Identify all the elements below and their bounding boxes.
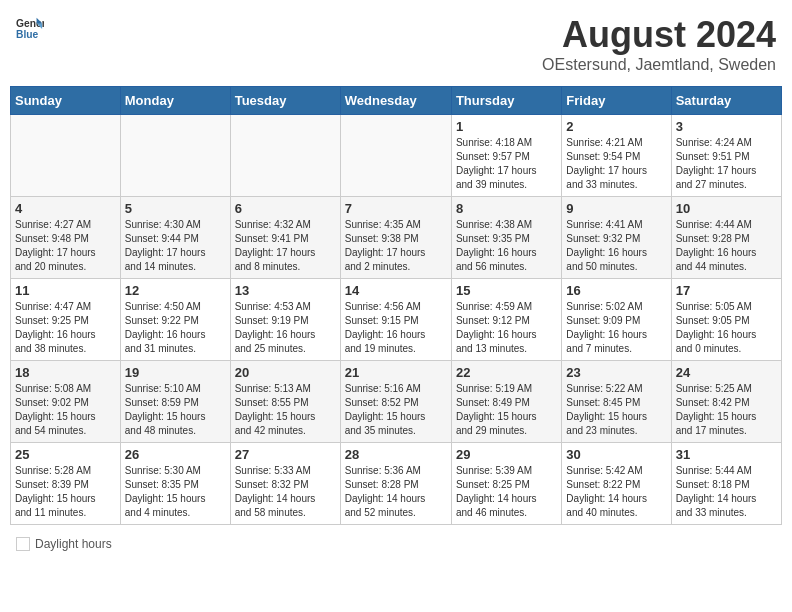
day-number: 28 <box>345 447 447 462</box>
calendar-cell: 19Sunrise: 5:10 AM Sunset: 8:59 PM Dayli… <box>120 361 230 443</box>
day-number: 31 <box>676 447 777 462</box>
calendar-cell: 5Sunrise: 4:30 AM Sunset: 9:44 PM Daylig… <box>120 197 230 279</box>
day-number: 13 <box>235 283 336 298</box>
calendar-cell: 13Sunrise: 4:53 AM Sunset: 9:19 PM Dayli… <box>230 279 340 361</box>
calendar-cell: 26Sunrise: 5:30 AM Sunset: 8:35 PM Dayli… <box>120 443 230 525</box>
calendar-cell: 29Sunrise: 5:39 AM Sunset: 8:25 PM Dayli… <box>451 443 561 525</box>
calendar-cell: 25Sunrise: 5:28 AM Sunset: 8:39 PM Dayli… <box>11 443 121 525</box>
day-number: 7 <box>345 201 447 216</box>
day-info: Sunrise: 5:28 AM Sunset: 8:39 PM Dayligh… <box>15 464 116 520</box>
day-number: 29 <box>456 447 557 462</box>
weekday-header-wednesday: Wednesday <box>340 87 451 115</box>
calendar-cell: 10Sunrise: 4:44 AM Sunset: 9:28 PM Dayli… <box>671 197 781 279</box>
calendar-cell: 30Sunrise: 5:42 AM Sunset: 8:22 PM Dayli… <box>562 443 671 525</box>
day-number: 19 <box>125 365 226 380</box>
calendar-week-row: 25Sunrise: 5:28 AM Sunset: 8:39 PM Dayli… <box>11 443 782 525</box>
day-number: 20 <box>235 365 336 380</box>
day-info: Sunrise: 5:33 AM Sunset: 8:32 PM Dayligh… <box>235 464 336 520</box>
calendar-cell: 3Sunrise: 4:24 AM Sunset: 9:51 PM Daylig… <box>671 115 781 197</box>
calendar-cell: 27Sunrise: 5:33 AM Sunset: 8:32 PM Dayli… <box>230 443 340 525</box>
calendar-cell: 15Sunrise: 4:59 AM Sunset: 9:12 PM Dayli… <box>451 279 561 361</box>
calendar-cell <box>120 115 230 197</box>
weekday-header-saturday: Saturday <box>671 87 781 115</box>
weekday-header-sunday: Sunday <box>11 87 121 115</box>
day-number: 1 <box>456 119 557 134</box>
legend-box-daylight <box>16 537 30 551</box>
calendar-cell: 7Sunrise: 4:35 AM Sunset: 9:38 PM Daylig… <box>340 197 451 279</box>
calendar-cell: 17Sunrise: 5:05 AM Sunset: 9:05 PM Dayli… <box>671 279 781 361</box>
calendar-cell <box>230 115 340 197</box>
day-info: Sunrise: 4:35 AM Sunset: 9:38 PM Dayligh… <box>345 218 447 274</box>
day-info: Sunrise: 5:10 AM Sunset: 8:59 PM Dayligh… <box>125 382 226 438</box>
day-info: Sunrise: 5:08 AM Sunset: 9:02 PM Dayligh… <box>15 382 116 438</box>
day-info: Sunrise: 4:27 AM Sunset: 9:48 PM Dayligh… <box>15 218 116 274</box>
day-number: 17 <box>676 283 777 298</box>
day-info: Sunrise: 5:30 AM Sunset: 8:35 PM Dayligh… <box>125 464 226 520</box>
calendar-cell: 4Sunrise: 4:27 AM Sunset: 9:48 PM Daylig… <box>11 197 121 279</box>
calendar-week-row: 4Sunrise: 4:27 AM Sunset: 9:48 PM Daylig… <box>11 197 782 279</box>
day-info: Sunrise: 5:39 AM Sunset: 8:25 PM Dayligh… <box>456 464 557 520</box>
day-number: 21 <box>345 365 447 380</box>
calendar-table: SundayMondayTuesdayWednesdayThursdayFrid… <box>10 86 782 525</box>
day-number: 12 <box>125 283 226 298</box>
day-number: 22 <box>456 365 557 380</box>
location-title: OEstersund, Jaemtland, Sweden <box>542 56 776 74</box>
logo: General Blue <box>16 14 44 42</box>
calendar-cell: 18Sunrise: 5:08 AM Sunset: 9:02 PM Dayli… <box>11 361 121 443</box>
day-info: Sunrise: 4:56 AM Sunset: 9:15 PM Dayligh… <box>345 300 447 356</box>
calendar-cell: 21Sunrise: 5:16 AM Sunset: 8:52 PM Dayli… <box>340 361 451 443</box>
weekday-header-thursday: Thursday <box>451 87 561 115</box>
day-info: Sunrise: 5:36 AM Sunset: 8:28 PM Dayligh… <box>345 464 447 520</box>
day-info: Sunrise: 4:53 AM Sunset: 9:19 PM Dayligh… <box>235 300 336 356</box>
day-number: 10 <box>676 201 777 216</box>
month-title: August 2024 <box>542 14 776 56</box>
day-info: Sunrise: 5:19 AM Sunset: 8:49 PM Dayligh… <box>456 382 557 438</box>
calendar-cell: 12Sunrise: 4:50 AM Sunset: 9:22 PM Dayli… <box>120 279 230 361</box>
day-info: Sunrise: 4:44 AM Sunset: 9:28 PM Dayligh… <box>676 218 777 274</box>
day-info: Sunrise: 4:50 AM Sunset: 9:22 PM Dayligh… <box>125 300 226 356</box>
day-info: Sunrise: 4:30 AM Sunset: 9:44 PM Dayligh… <box>125 218 226 274</box>
calendar-cell: 20Sunrise: 5:13 AM Sunset: 8:55 PM Dayli… <box>230 361 340 443</box>
day-info: Sunrise: 4:24 AM Sunset: 9:51 PM Dayligh… <box>676 136 777 192</box>
weekday-header-row: SundayMondayTuesdayWednesdayThursdayFrid… <box>11 87 782 115</box>
day-number: 11 <box>15 283 116 298</box>
day-number: 5 <box>125 201 226 216</box>
day-number: 26 <box>125 447 226 462</box>
day-number: 6 <box>235 201 336 216</box>
day-number: 9 <box>566 201 666 216</box>
weekday-header-tuesday: Tuesday <box>230 87 340 115</box>
calendar-cell: 11Sunrise: 4:47 AM Sunset: 9:25 PM Dayli… <box>11 279 121 361</box>
calendar-week-row: 18Sunrise: 5:08 AM Sunset: 9:02 PM Dayli… <box>11 361 782 443</box>
legend-daylight-label: Daylight hours <box>35 537 112 551</box>
day-number: 27 <box>235 447 336 462</box>
legend-area: Daylight hours <box>10 533 782 555</box>
calendar-week-row: 1Sunrise: 4:18 AM Sunset: 9:57 PM Daylig… <box>11 115 782 197</box>
header: General Blue August 2024 OEstersund, Jae… <box>10 10 782 78</box>
day-number: 3 <box>676 119 777 134</box>
calendar-cell: 6Sunrise: 4:32 AM Sunset: 9:41 PM Daylig… <box>230 197 340 279</box>
day-info: Sunrise: 4:38 AM Sunset: 9:35 PM Dayligh… <box>456 218 557 274</box>
day-info: Sunrise: 5:25 AM Sunset: 8:42 PM Dayligh… <box>676 382 777 438</box>
day-number: 2 <box>566 119 666 134</box>
legend-item-daylight: Daylight hours <box>16 537 112 551</box>
day-info: Sunrise: 5:22 AM Sunset: 8:45 PM Dayligh… <box>566 382 666 438</box>
day-number: 18 <box>15 365 116 380</box>
calendar-cell: 31Sunrise: 5:44 AM Sunset: 8:18 PM Dayli… <box>671 443 781 525</box>
logo-icon: General Blue <box>16 14 44 42</box>
title-area: August 2024 OEstersund, Jaemtland, Swede… <box>542 14 776 74</box>
day-info: Sunrise: 5:42 AM Sunset: 8:22 PM Dayligh… <box>566 464 666 520</box>
day-info: Sunrise: 5:13 AM Sunset: 8:55 PM Dayligh… <box>235 382 336 438</box>
day-info: Sunrise: 5:44 AM Sunset: 8:18 PM Dayligh… <box>676 464 777 520</box>
day-number: 16 <box>566 283 666 298</box>
day-info: Sunrise: 4:47 AM Sunset: 9:25 PM Dayligh… <box>15 300 116 356</box>
svg-text:Blue: Blue <box>16 29 39 40</box>
day-number: 30 <box>566 447 666 462</box>
day-number: 15 <box>456 283 557 298</box>
day-number: 24 <box>676 365 777 380</box>
day-number: 25 <box>15 447 116 462</box>
calendar-cell: 28Sunrise: 5:36 AM Sunset: 8:28 PM Dayli… <box>340 443 451 525</box>
day-info: Sunrise: 4:21 AM Sunset: 9:54 PM Dayligh… <box>566 136 666 192</box>
calendar-cell: 1Sunrise: 4:18 AM Sunset: 9:57 PM Daylig… <box>451 115 561 197</box>
weekday-header-friday: Friday <box>562 87 671 115</box>
day-number: 14 <box>345 283 447 298</box>
